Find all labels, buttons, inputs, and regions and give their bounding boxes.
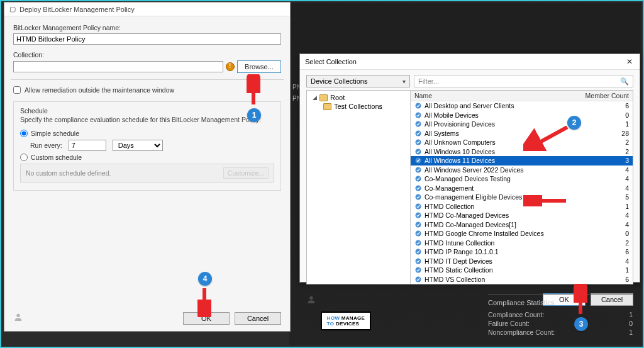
collection-icon — [414, 148, 422, 155]
deploy-ok-button[interactable]: OK — [183, 312, 230, 325]
customize-button: Customize... — [223, 167, 269, 179]
col-header-name[interactable]: Name — [414, 92, 572, 99]
collection-icon — [414, 203, 422, 210]
custom-schedule-box: No custom schedule defined. Customize... — [20, 164, 274, 182]
collection-icon — [414, 175, 422, 182]
compliance-title: Compliance Statistics — [488, 299, 633, 306]
svg-point-21 — [309, 296, 313, 300]
list-row[interactable]: HTMD Static Collection1 — [411, 266, 633, 275]
warning-icon — [226, 62, 235, 71]
run-every-value[interactable] — [69, 140, 106, 151]
compliance-row: Compliance Count:1 — [488, 310, 633, 319]
collection-icon — [414, 221, 422, 228]
list-row[interactable]: HTMD Collection1 — [411, 202, 633, 211]
schedule-heading: Schedule — [20, 107, 274, 115]
list-row[interactable]: HTMD VS Collection6 — [411, 275, 633, 284]
tree-child[interactable]: Test Collections — [309, 102, 408, 111]
select-title: Select Collection — [305, 58, 357, 65]
collection-icon — [414, 230, 422, 237]
user-icon — [306, 295, 316, 305]
tree-root[interactable]: ◢ Root — [309, 93, 408, 102]
deploy-dialog: ▢ Deploy BitLocker Management Policy Bit… — [4, 2, 291, 332]
list-row[interactable]: All Mobile Devices0 — [411, 111, 633, 120]
compliance-row: Noncompliance Count:1 — [488, 328, 633, 337]
list-row[interactable]: HTMD IP Range 10.1.0.16 — [411, 247, 633, 257]
collection-icon — [414, 193, 422, 201]
list-row[interactable]: HTMD Co-Managed Devices[1]4 — [411, 220, 633, 230]
callout-4: 4 — [198, 272, 212, 286]
filter-input[interactable]: Filter... 🔍 — [414, 75, 633, 87]
list-row[interactable]: All Provisioning Devices1 — [411, 120, 633, 129]
collection-icon — [414, 166, 422, 174]
list-row[interactable]: HTMD Intune Collection2 — [411, 239, 633, 248]
collection-icon — [414, 157, 422, 164]
folder-icon — [323, 103, 331, 110]
compliance-row: Failure Count:0 — [488, 319, 633, 328]
collection-icon — [414, 111, 422, 119]
close-icon[interactable]: ✕ — [625, 57, 635, 67]
simple-schedule-radio[interactable]: Simple schedule — [20, 130, 274, 137]
callout-2: 2 — [567, 116, 581, 130]
allow-remediation-checkbox[interactable]: Allow remediation outside the maintenanc… — [13, 86, 281, 94]
collection-icon — [414, 276, 422, 283]
collection-icon — [414, 138, 422, 146]
expander-icon[interactable]: ◢ — [312, 94, 317, 101]
collection-icon — [414, 257, 422, 265]
collection-field[interactable] — [13, 61, 223, 72]
howtomanagedevices-logo: HOW MANAGETO DEVICES — [321, 312, 371, 330]
collection-list[interactable]: All Desktop and Server Clients6All Mobil… — [411, 101, 633, 284]
collection-tree[interactable]: ◢ Root Test Collections — [307, 91, 411, 284]
collection-icon — [414, 239, 422, 247]
collection-type-dropdown[interactable]: Device Collections — [306, 75, 410, 87]
list-row[interactable]: Co-Management4 — [411, 184, 633, 193]
list-row[interactable]: Co-Managed Devices Testing4 — [411, 174, 633, 184]
custom-schedule-radio[interactable]: Custom schedule — [20, 154, 274, 161]
list-header: Name Member Count — [411, 91, 633, 101]
window-icon: ▢ — [9, 5, 16, 13]
list-row[interactable]: HTMD Google Chrome Installed Devices0 — [411, 229, 633, 239]
collection-icon — [414, 184, 422, 192]
select-collection-dialog: Select Collection ✕ Device Collections F… — [299, 53, 640, 283]
list-row[interactable]: All Windows 11 Devices3 — [411, 156, 633, 166]
collection-icon — [414, 120, 422, 128]
collection-icon — [414, 102, 422, 109]
list-row[interactable]: All Unknown Computers2 — [411, 138, 633, 147]
list-row[interactable]: All Windows Server 2022 Devices4 — [411, 166, 633, 175]
list-row[interactable]: All Windows 10 Devices2 — [411, 147, 633, 157]
callout-3: 3 — [574, 317, 588, 331]
policy-name-field[interactable] — [13, 33, 281, 45]
run-every-unit[interactable]: Days — [113, 140, 163, 151]
run-every-label: Run every: — [30, 142, 62, 149]
list-row[interactable]: All Systems28 — [411, 129, 633, 138]
policy-name-label: BitLocker Management Policy name: — [13, 24, 281, 31]
svg-point-0 — [16, 314, 19, 317]
collection-icon — [414, 248, 422, 255]
list-row[interactable]: Co-management Eligible Devices5 — [411, 193, 633, 202]
list-row[interactable]: HTMD Co-Managed Devices4 — [411, 211, 633, 220]
schedule-desc: Specify the compliance evaluation schedu… — [20, 116, 274, 123]
collection-icon — [414, 266, 422, 274]
callout-1: 1 — [247, 108, 261, 122]
col-header-count[interactable]: Member Count — [572, 92, 629, 99]
compliance-statistics: Compliance Statistics Compliance Count:1… — [488, 295, 633, 337]
search-icon: 🔍 — [620, 77, 629, 86]
collection-icon — [414, 211, 422, 219]
user-icon — [13, 312, 23, 322]
folder-icon — [319, 94, 328, 101]
deploy-cancel-button[interactable]: Cancel — [235, 312, 281, 325]
browse-button[interactable]: Browse... — [237, 60, 281, 73]
list-row[interactable]: HTMD IT Dept Devices4 — [411, 257, 633, 266]
collection-icon — [414, 130, 422, 137]
list-row[interactable]: All Desktop and Server Clients6 — [411, 101, 633, 111]
deploy-title: Deploy BitLocker Management Policy — [19, 6, 135, 13]
collection-label: Collection: — [13, 51, 281, 59]
deploy-title-bar: ▢ Deploy BitLocker Management Policy — [4, 3, 290, 16]
